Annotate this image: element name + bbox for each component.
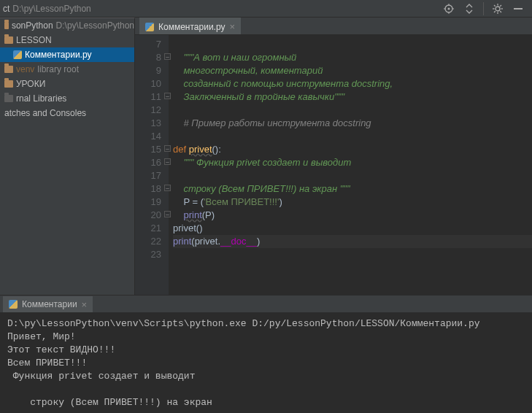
sidebar-item-label: LESSON	[16, 35, 52, 45]
svg-line-12	[500, 11, 501, 12]
sidebar-item-label: venv	[16, 64, 34, 74]
collapse-all-icon[interactable]	[463, 2, 476, 15]
fold-icon[interactable]: –	[164, 53, 171, 60]
sidebar-item-label: sonPython	[12, 20, 53, 31]
sidebar-item[interactable]: LESSON	[0, 33, 134, 47]
folder-icon	[4, 80, 13, 88]
sidebar-item[interactable]: Комментарии.py	[0, 47, 134, 62]
svg-line-11	[494, 5, 496, 7]
sidebar-item[interactable]: venv library root	[0, 62, 134, 77]
code-line[interactable]: Заключенный в тройные кавычки"""–	[173, 90, 532, 104]
sidebar-item-suffix: D:\py\LessonPython	[56, 20, 134, 31]
console-tabs: Комментарии ×	[0, 296, 532, 313]
code-line[interactable]: """А вот и наш огромный–	[173, 51, 532, 64]
editor-area: Комментарии.py × 78910111213141516171819…	[135, 18, 532, 295]
library-icon	[4, 95, 13, 102]
code-line[interactable]	[173, 38, 532, 51]
folder-icon	[4, 66, 13, 73]
fold-icon[interactable]: –	[164, 158, 171, 165]
code-line[interactable]: P = ('Всем ПРИВЕТ!!!')	[173, 196, 532, 209]
code-line[interactable]	[173, 169, 532, 182]
sidebar-item-label: Комментарии.py	[25, 50, 92, 60]
fold-icon[interactable]: –	[164, 93, 171, 99]
sidebar-item[interactable]: atches and Consoles	[0, 106, 134, 120]
sidebar-item[interactable]: УРОКИ	[0, 77, 134, 91]
code-line[interactable]: созданный с помощью инструмента docstrin…	[173, 77, 532, 90]
code-line[interactable]	[173, 104, 532, 117]
toolbar-icons	[442, 2, 532, 15]
gear-icon[interactable]	[491, 2, 504, 15]
svg-line-13	[500, 5, 501, 7]
console-tab[interactable]: Комментарии ×	[3, 296, 93, 312]
code-line[interactable]: print(privet.__doc__)	[173, 235, 532, 248]
locate-icon[interactable]	[442, 2, 455, 15]
python-file-icon	[9, 300, 18, 309]
sidebar-item-suffix: library root	[37, 64, 79, 74]
project-tree[interactable]: sonPython D:\py\LessonPythonLESSONКоммен…	[0, 18, 135, 295]
svg-point-1	[448, 7, 450, 9]
folder-icon	[4, 36, 13, 44]
fold-icon[interactable]: –	[164, 185, 171, 191]
sidebar-item-label: atches and Consoles	[4, 108, 86, 118]
project-path: D:\py\LessonPython	[12, 4, 90, 14]
code-line[interactable]: строку (Всем ПРИВЕТ!!!) на экран """–	[173, 182, 532, 196]
folder-icon	[4, 22, 9, 29]
code-line[interactable]: privet()	[173, 222, 532, 235]
code-line[interactable]: многострочный, комментарий	[173, 64, 532, 77]
project-label: ct	[0, 4, 9, 14]
code-line[interactable]	[173, 130, 532, 143]
divider	[483, 2, 484, 15]
code-line[interactable]: # Пример работы инструмента docstring	[173, 117, 532, 130]
svg-line-14	[494, 11, 496, 12]
fold-icon[interactable]: –	[164, 145, 171, 152]
close-icon[interactable]: ×	[230, 22, 236, 31]
close-icon[interactable]: ×	[82, 299, 88, 310]
code-line[interactable]: """ Функция privet создает и выводит–	[173, 156, 532, 169]
sidebar-item-label: rnal Libraries	[16, 93, 66, 104]
sidebar-item-label: УРОКИ	[16, 79, 45, 89]
sidebar-item[interactable]: rnal Libraries	[0, 91, 134, 106]
tab-file[interactable]: Комментарии.py ×	[139, 18, 241, 34]
python-file-icon	[13, 50, 22, 59]
code-line[interactable]: print(P)–	[173, 209, 532, 222]
svg-point-6	[496, 7, 500, 11]
python-file-icon	[145, 23, 154, 31]
console-tab-label: Комментарии	[22, 299, 77, 309]
line-gutter: 7891011121314151617181920212223	[135, 35, 169, 295]
code-line[interactable]: def privet():–	[173, 143, 532, 156]
hide-icon[interactable]	[512, 2, 525, 15]
code-lines[interactable]: """А вот и наш огромный– многострочный, …	[169, 35, 532, 295]
editor-tabs: Комментарии.py ×	[135, 18, 532, 35]
run-tool-window: Комментарии × D:\py\LessonPython\venv\Sc…	[0, 295, 532, 413]
svg-rect-15	[514, 8, 523, 9]
code-editor[interactable]: 7891011121314151617181920212223 """А вот…	[135, 35, 532, 295]
sidebar-item[interactable]: sonPython D:\py\LessonPython	[0, 18, 134, 33]
fold-icon[interactable]: –	[164, 211, 171, 217]
breadcrumb-bar: ct D:\py\LessonPython	[0, 0, 532, 18]
code-line[interactable]	[173, 248, 532, 261]
tab-label: Комментарии.py	[158, 22, 225, 32]
console-output[interactable]: D:\py\LessonPython\venv\Scripts\python.e…	[0, 313, 532, 413]
